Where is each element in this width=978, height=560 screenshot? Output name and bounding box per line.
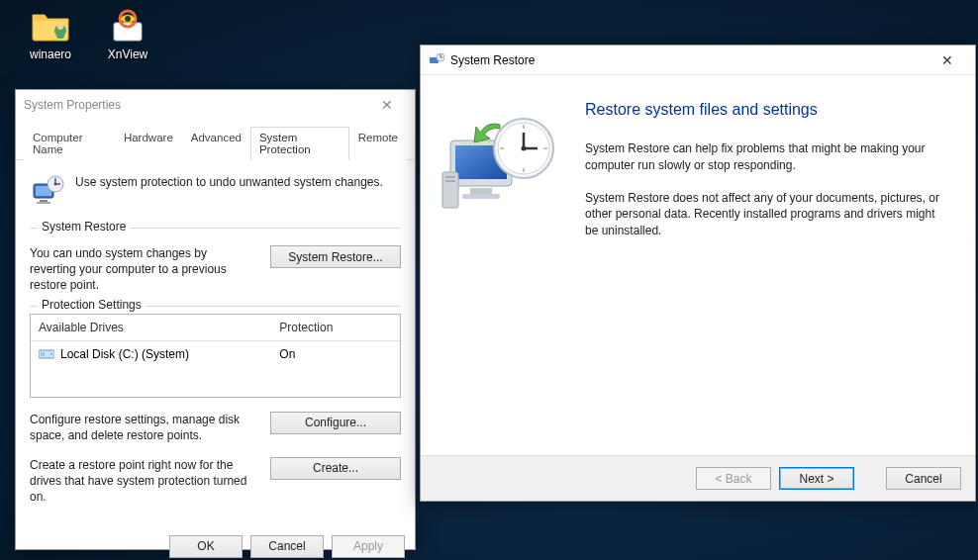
tab-hardware[interactable]: Hardware	[115, 127, 182, 160]
window-title: System Properties	[24, 98, 364, 112]
wizard-paragraph: System Restore does not affect any of yo…	[585, 190, 941, 239]
tab-advanced[interactable]: Advanced	[182, 127, 250, 160]
desktop-icon-xnview[interactable]: XnView	[91, 6, 164, 61]
close-icon[interactable]: ✕	[925, 47, 969, 74]
close-icon[interactable]: ✕	[364, 91, 409, 119]
wizard-footer: < Back Next > Cancel	[421, 455, 975, 501]
system-restore-group: System Restore You can undo system chang…	[30, 228, 401, 294]
system-restore-hero-icon	[440, 111, 559, 220]
svg-rect-24	[445, 180, 455, 182]
wizard-sidebar	[421, 75, 579, 455]
svg-rect-2	[56, 31, 64, 39]
tab-system-protection[interactable]: System Protection	[250, 127, 349, 160]
configure-description: Configure restore settings, manage disk …	[30, 412, 256, 443]
system-protection-icon	[30, 174, 65, 210]
configure-button[interactable]: Configure...	[270, 412, 401, 434]
svg-point-11	[54, 183, 57, 186]
svg-rect-8	[40, 200, 48, 202]
next-button[interactable]: Next >	[779, 467, 854, 490]
desktop-icon-label: winaero	[14, 47, 87, 61]
restore-description: You can undo system changes by reverting…	[30, 245, 256, 294]
column-header-protection[interactable]: Protection	[271, 315, 400, 340]
system-properties-window: System Properties ✕ Computer Name Hardwa…	[15, 89, 416, 550]
svg-rect-20	[470, 188, 492, 194]
svg-rect-9	[37, 202, 50, 204]
create-button[interactable]: Create...	[270, 457, 401, 480]
svg-point-1	[57, 24, 63, 30]
protection-settings-group: Protection Settings Available Drives Pro…	[30, 306, 401, 506]
xnview-icon	[104, 6, 151, 46]
wizard-heading: Restore system files and settings	[585, 101, 951, 119]
desktop-icon-winaero[interactable]: winaero	[14, 6, 87, 61]
system-restore-icon	[429, 52, 444, 68]
drive-row[interactable]: Local Disk (C:) (System) On	[31, 341, 400, 368]
svg-rect-23	[445, 176, 455, 178]
group-legend: Protection Settings	[38, 298, 146, 312]
svg-point-5	[125, 16, 131, 22]
system-restore-wizard-window: System Restore ✕	[420, 45, 976, 502]
back-button[interactable]: < Back	[696, 467, 771, 490]
apply-button[interactable]: Apply	[332, 535, 405, 558]
intro-text: Use system protection to undo unwanted s…	[75, 174, 401, 210]
wizard-main: Restore system files and settings System…	[579, 75, 975, 455]
titlebar[interactable]: System Properties ✕	[16, 90, 415, 120]
folder-icon	[27, 6, 74, 46]
desktop-icon-label: XnView	[91, 47, 164, 61]
wizard-paragraph: System Restore can help fix problems tha…	[585, 140, 941, 174]
tab-body: Use system protection to undo unwanted s…	[16, 160, 415, 527]
titlebar[interactable]: System Restore ✕	[421, 46, 975, 75]
group-legend: System Restore	[38, 220, 130, 233]
cancel-button[interactable]: Cancel	[886, 467, 961, 490]
create-description: Create a restore point right now for the…	[30, 457, 256, 506]
column-header-drives[interactable]: Available Drives	[31, 315, 271, 340]
system-restore-button[interactable]: System Restore...	[270, 245, 401, 268]
tab-strip: Computer Name Hardware Advanced System P…	[16, 120, 415, 160]
cancel-button[interactable]: Cancel	[250, 535, 324, 558]
drives-table: Available Drives Protection	[30, 314, 401, 398]
svg-rect-21	[462, 194, 500, 199]
svg-point-33	[522, 146, 527, 151]
svg-point-14	[50, 353, 52, 355]
svg-rect-13	[41, 352, 45, 356]
ok-button[interactable]: OK	[169, 535, 243, 558]
window-title: System Restore	[450, 53, 925, 67]
drive-protection: On	[271, 341, 400, 368]
tab-remote[interactable]: Remote	[349, 127, 407, 160]
tab-computer-name[interactable]: Computer Name	[24, 127, 115, 160]
dialog-button-row: OK Cancel Apply	[16, 527, 415, 561]
drive-icon	[39, 347, 54, 362]
drive-name: Local Disk (C:) (System)	[60, 347, 189, 361]
